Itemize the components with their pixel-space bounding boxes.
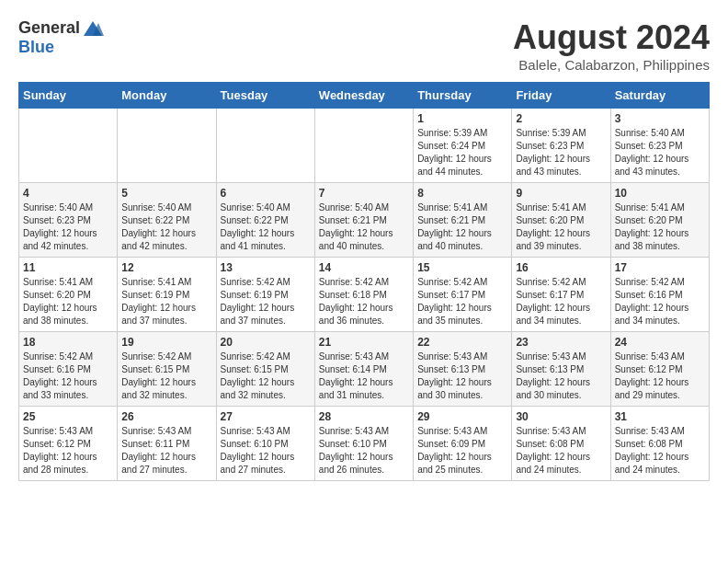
calendar-week-row: 11Sunrise: 5:41 AM Sunset: 6:20 PM Dayli…	[19, 258, 710, 332]
calendar-cell: 10Sunrise: 5:41 AM Sunset: 6:20 PM Dayli…	[610, 183, 709, 258]
day-number: 14	[319, 261, 409, 274]
day-info: Sunrise: 5:42 AM Sunset: 6:18 PM Dayligh…	[319, 276, 409, 327]
day-number: 18	[23, 336, 113, 349]
calendar-day-header: Monday	[118, 83, 216, 109]
day-info: Sunrise: 5:43 AM Sunset: 6:11 PM Dayligh…	[121, 425, 211, 477]
day-info: Sunrise: 5:40 AM Sunset: 6:21 PM Dayligh…	[319, 201, 409, 253]
day-number: 25	[23, 410, 113, 423]
calendar-cell: 4Sunrise: 5:40 AM Sunset: 6:23 PM Daylig…	[19, 183, 118, 258]
logo-blue-text: Blue	[18, 38, 54, 57]
day-number: 12	[121, 261, 211, 274]
day-number: 22	[417, 336, 507, 349]
logo-general-text: General	[18, 18, 80, 38]
calendar-cell: 24Sunrise: 5:43 AM Sunset: 6:12 PM Dayli…	[610, 332, 709, 407]
day-info: Sunrise: 5:40 AM Sunset: 6:23 PM Dayligh…	[23, 201, 113, 253]
day-info: Sunrise: 5:39 AM Sunset: 6:24 PM Dayligh…	[417, 127, 507, 178]
calendar-cell: 1Sunrise: 5:39 AM Sunset: 6:24 PM Daylig…	[414, 109, 512, 183]
day-info: Sunrise: 5:43 AM Sunset: 6:10 PM Dayligh…	[319, 425, 409, 477]
day-info: Sunrise: 5:41 AM Sunset: 6:20 PM Dayligh…	[23, 276, 113, 327]
day-number: 2	[516, 112, 606, 125]
location-subtitle: Balele, Calabarzon, Philippines	[513, 57, 710, 73]
calendar-cell: 6Sunrise: 5:40 AM Sunset: 6:22 PM Daylig…	[216, 183, 314, 258]
day-number: 17	[615, 261, 705, 274]
day-number: 10	[615, 187, 705, 200]
calendar-cell: 22Sunrise: 5:43 AM Sunset: 6:13 PM Dayli…	[414, 332, 512, 407]
calendar-cell: 26Sunrise: 5:43 AM Sunset: 6:11 PM Dayli…	[118, 407, 216, 481]
day-info: Sunrise: 5:41 AM Sunset: 6:21 PM Dayligh…	[417, 201, 507, 253]
day-number: 20	[221, 336, 311, 349]
day-number: 16	[516, 261, 606, 274]
day-number: 30	[516, 410, 606, 423]
day-info: Sunrise: 5:42 AM Sunset: 6:16 PM Dayligh…	[23, 350, 113, 402]
day-number: 23	[516, 336, 606, 349]
calendar-cell: 21Sunrise: 5:43 AM Sunset: 6:14 PM Dayli…	[314, 332, 413, 407]
calendar-day-header: Wednesday	[314, 83, 413, 109]
day-info: Sunrise: 5:42 AM Sunset: 6:16 PM Dayligh…	[615, 276, 705, 327]
calendar-cell: 31Sunrise: 5:43 AM Sunset: 6:08 PM Dayli…	[610, 407, 709, 481]
day-number: 4	[23, 187, 113, 200]
calendar-cell: 12Sunrise: 5:41 AM Sunset: 6:19 PM Dayli…	[118, 258, 216, 332]
day-info: Sunrise: 5:40 AM Sunset: 6:23 PM Dayligh…	[615, 127, 705, 178]
month-year-title: August 2024	[513, 18, 710, 57]
title-area: August 2024 Balele, Calabarzon, Philippi…	[513, 18, 710, 73]
calendar-cell: 14Sunrise: 5:42 AM Sunset: 6:18 PM Dayli…	[314, 258, 413, 332]
calendar-day-header: Tuesday	[216, 83, 314, 109]
calendar-cell: 30Sunrise: 5:43 AM Sunset: 6:08 PM Dayli…	[512, 407, 610, 481]
calendar-cell	[216, 109, 314, 183]
day-info: Sunrise: 5:42 AM Sunset: 6:15 PM Dayligh…	[221, 350, 311, 402]
day-number: 27	[221, 410, 311, 423]
day-number: 15	[417, 261, 507, 274]
calendar-table: SundayMondayTuesdayWednesdayThursdayFrid…	[18, 82, 710, 481]
day-info: Sunrise: 5:42 AM Sunset: 6:17 PM Dayligh…	[417, 276, 507, 327]
calendar-cell: 8Sunrise: 5:41 AM Sunset: 6:21 PM Daylig…	[414, 183, 512, 258]
logo: General Blue	[18, 18, 104, 57]
calendar-cell: 25Sunrise: 5:43 AM Sunset: 6:12 PM Dayli…	[19, 407, 118, 481]
calendar-cell: 27Sunrise: 5:43 AM Sunset: 6:10 PM Dayli…	[216, 407, 314, 481]
page-header: General Blue August 2024 Balele, Calabar…	[18, 18, 710, 73]
day-number: 9	[516, 187, 606, 200]
day-info: Sunrise: 5:41 AM Sunset: 6:20 PM Dayligh…	[615, 201, 705, 253]
calendar-week-row: 18Sunrise: 5:42 AM Sunset: 6:16 PM Dayli…	[19, 332, 710, 407]
calendar-cell: 16Sunrise: 5:42 AM Sunset: 6:17 PM Dayli…	[512, 258, 610, 332]
day-number: 24	[615, 336, 705, 349]
day-number: 31	[615, 410, 705, 423]
calendar-cell: 3Sunrise: 5:40 AM Sunset: 6:23 PM Daylig…	[610, 109, 709, 183]
calendar-day-header: Thursday	[414, 83, 512, 109]
calendar-cell: 9Sunrise: 5:41 AM Sunset: 6:20 PM Daylig…	[512, 183, 610, 258]
day-info: Sunrise: 5:43 AM Sunset: 6:14 PM Dayligh…	[319, 350, 409, 402]
day-number: 1	[417, 112, 507, 125]
calendar-cell: 18Sunrise: 5:42 AM Sunset: 6:16 PM Dayli…	[19, 332, 118, 407]
calendar-cell: 2Sunrise: 5:39 AM Sunset: 6:23 PM Daylig…	[512, 109, 610, 183]
day-number: 7	[319, 187, 409, 200]
day-info: Sunrise: 5:43 AM Sunset: 6:12 PM Dayligh…	[23, 425, 113, 477]
day-number: 26	[121, 410, 211, 423]
calendar-cell: 7Sunrise: 5:40 AM Sunset: 6:21 PM Daylig…	[314, 183, 413, 258]
day-info: Sunrise: 5:43 AM Sunset: 6:13 PM Dayligh…	[417, 350, 507, 402]
calendar-cell	[314, 109, 413, 183]
calendar-week-row: 25Sunrise: 5:43 AM Sunset: 6:12 PM Dayli…	[19, 407, 710, 481]
day-info: Sunrise: 5:42 AM Sunset: 6:19 PM Dayligh…	[221, 276, 311, 327]
calendar-cell: 11Sunrise: 5:41 AM Sunset: 6:20 PM Dayli…	[19, 258, 118, 332]
calendar-header-row: SundayMondayTuesdayWednesdayThursdayFrid…	[19, 83, 710, 109]
day-info: Sunrise: 5:43 AM Sunset: 6:13 PM Dayligh…	[516, 350, 606, 402]
day-info: Sunrise: 5:41 AM Sunset: 6:20 PM Dayligh…	[516, 201, 606, 253]
calendar-cell: 13Sunrise: 5:42 AM Sunset: 6:19 PM Dayli…	[216, 258, 314, 332]
calendar-day-header: Saturday	[610, 83, 709, 109]
calendar-cell: 28Sunrise: 5:43 AM Sunset: 6:10 PM Dayli…	[314, 407, 413, 481]
calendar-cell: 5Sunrise: 5:40 AM Sunset: 6:22 PM Daylig…	[118, 183, 216, 258]
day-number: 19	[121, 336, 211, 349]
calendar-cell: 29Sunrise: 5:43 AM Sunset: 6:09 PM Dayli…	[414, 407, 512, 481]
day-info: Sunrise: 5:43 AM Sunset: 6:09 PM Dayligh…	[417, 425, 507, 477]
day-number: 13	[221, 261, 311, 274]
day-number: 28	[319, 410, 409, 423]
calendar-day-header: Friday	[512, 83, 610, 109]
calendar-cell: 23Sunrise: 5:43 AM Sunset: 6:13 PM Dayli…	[512, 332, 610, 407]
day-number: 3	[615, 112, 705, 125]
day-info: Sunrise: 5:39 AM Sunset: 6:23 PM Dayligh…	[516, 127, 606, 178]
day-info: Sunrise: 5:40 AM Sunset: 6:22 PM Dayligh…	[121, 201, 211, 253]
day-number: 6	[221, 187, 311, 200]
day-info: Sunrise: 5:42 AM Sunset: 6:17 PM Dayligh…	[516, 276, 606, 327]
day-info: Sunrise: 5:40 AM Sunset: 6:22 PM Dayligh…	[221, 201, 311, 253]
day-number: 29	[417, 410, 507, 423]
calendar-week-row: 4Sunrise: 5:40 AM Sunset: 6:23 PM Daylig…	[19, 183, 710, 258]
